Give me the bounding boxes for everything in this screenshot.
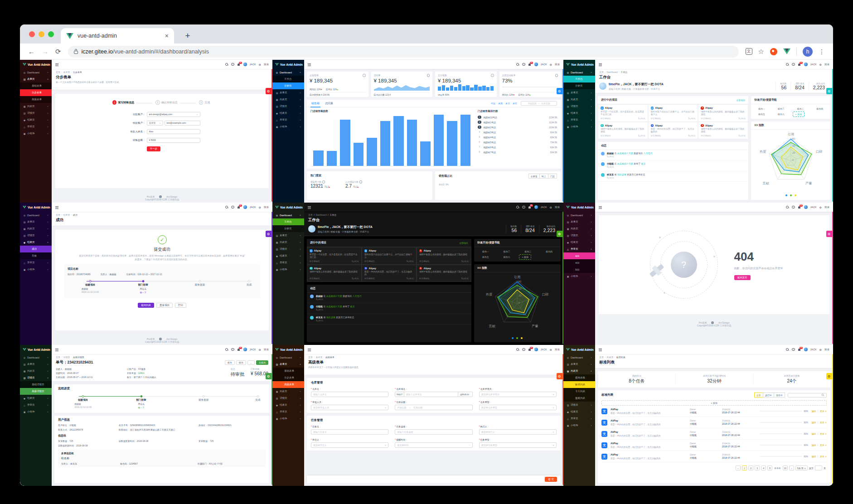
- sidebar-menu-item[interactable]: ◎Dashboard∨: [272, 354, 304, 361]
- page-scrollbar[interactable]: [271, 354, 273, 485]
- related-doc-link[interactable]: 12421: [138, 372, 145, 374]
- user-avatar[interactable]: [243, 63, 247, 66]
- user-avatar[interactable]: [804, 205, 808, 209]
- sidebar-menu-item[interactable]: 失败: [20, 252, 52, 259]
- sidebar-menu-item[interactable]: ◎Dashboard∧: [563, 69, 595, 76]
- language-label[interactable]: 简体: [824, 348, 829, 351]
- view-project-button[interactable]: 查看项目: [156, 303, 173, 308]
- tab-visits[interactable]: 访问量: [324, 100, 334, 107]
- bar[interactable]: [434, 115, 444, 166]
- activity-link[interactable]: 留言: [350, 305, 355, 308]
- zoom-window-button[interactable]: [48, 31, 54, 37]
- sidebar-menu-item[interactable]: ◎Dashboard∨: [563, 354, 595, 361]
- search-icon[interactable]: [786, 206, 789, 209]
- sidebar-menu-item[interactable]: 搜索列表: [563, 395, 595, 402]
- sidebar-menu-item[interactable]: ◉结果页∨: [563, 110, 595, 116]
- form-input[interactable]: 请选择责任人∨: [311, 442, 388, 448]
- payer-account-select[interactable]: ant-design@alipay.com∨: [147, 112, 200, 117]
- sidebar-menu-item[interactable]: 标准列表: [563, 381, 595, 388]
- sidebar-menu-item[interactable]: ▣小组件∨: [20, 408, 52, 415]
- sidebar-menu-item[interactable]: ▦列表页∨: [563, 225, 595, 232]
- amount-input[interactable]: ¥ 5000: [147, 138, 200, 143]
- page-scrollbar[interactable]: [271, 69, 273, 202]
- sidebar-menu-item[interactable]: △异常页∨: [563, 116, 595, 123]
- sidebar-menu-item[interactable]: ◉结果页∨: [20, 395, 52, 402]
- edit-link[interactable]: 编辑: [811, 410, 816, 412]
- more-link[interactable]: 更多 ∨: [820, 432, 827, 435]
- sidebar-menu-item[interactable]: ▦列表页∨: [272, 96, 304, 103]
- bar[interactable]: [407, 120, 417, 166]
- app-logo[interactable]: Vue Antd Admin: [563, 60, 595, 69]
- form-input[interactable]: http://请输入仓库域名.github.io: [395, 392, 472, 397]
- quick-link[interactable]: 操作四: [538, 249, 560, 254]
- bar[interactable]: [354, 143, 364, 166]
- sidebar-menu-item[interactable]: ▦列表页∨: [20, 225, 52, 232]
- theme-settings-button[interactable]: ⚙: [266, 231, 271, 237]
- pagination-item[interactable]: ‹: [736, 465, 741, 470]
- theme-settings-button[interactable]: ⚙: [266, 373, 271, 379]
- sidebar-menu-item[interactable]: ▤表单页∨: [563, 361, 595, 368]
- list-row[interactable]: 支 AliPay那是一种内在的东西，他们到达不了，也无法触及的 Owner付晓晓…: [601, 440, 827, 451]
- user-name[interactable]: JACK: [541, 348, 547, 351]
- user-avatar[interactable]: [534, 205, 538, 209]
- search-icon[interactable]: [786, 63, 789, 66]
- breadcrumb[interactable]: 首页Dashboard工作台: [599, 71, 829, 73]
- project-card[interactable]: AAlipay 城镇中有那么多的酒馆，她却偏偏走进了我的酒馆 科学搬砖组9小时前: [698, 122, 748, 140]
- project-card[interactable]: AAlipay 城镇中有那么多的酒馆，她却偏偏走进了我的酒馆 科学搬砖组9小时前: [417, 265, 471, 282]
- payee-account-input[interactable]: test@example.com: [165, 121, 200, 126]
- form-input[interactable]: 请选择时间○: [395, 442, 472, 448]
- page-size-select[interactable]: 5条/页 ∨: [795, 465, 808, 470]
- activity-link[interactable]: 八月迭代: [644, 152, 653, 155]
- edit-link[interactable]: 编辑: [811, 432, 816, 435]
- list-row[interactable]: 支 AliPay那是一种内在的东西，他们到达不了，也无法触及的 Owner付晓晓…: [601, 451, 827, 462]
- form-input[interactable]: 请选择审批人员∨: [311, 405, 388, 410]
- quick-link[interactable]: 操作一: [475, 249, 496, 254]
- language-label[interactable]: 简体: [264, 206, 269, 209]
- breadcrumb[interactable]: 首页表单页分步表单: [56, 71, 268, 73]
- sidebar-menu-item[interactable]: ▧详情页∨: [563, 402, 595, 408]
- project-card[interactable]: AAlipay 那是一种内在的东西，他们到达不了，也无法触及的 科学搬砖组9小时…: [648, 122, 698, 140]
- sidebar-menu-item[interactable]: 成功: [20, 246, 52, 252]
- project-card[interactable]: AAlipay 城镇中有那么多的酒馆，她却偏偏走进了我的酒馆 科学搬砖组9小时前: [417, 247, 471, 265]
- notifications-icon[interactable]: 12: [798, 63, 801, 66]
- theme-settings-button[interactable]: ⚙: [557, 88, 562, 94]
- language-settings-icon[interactable]: ⚙: [819, 63, 822, 66]
- sidebar-menu-item[interactable]: 分析页: [563, 82, 595, 89]
- back-to-list-button[interactable]: 返回列表: [138, 303, 154, 308]
- search-icon[interactable]: [225, 63, 228, 66]
- channel-filter[interactable]: 线上: [539, 174, 548, 179]
- activity-link[interactable]: 高逼格设计天团: [617, 162, 633, 165]
- sidebar-menu-item[interactable]: 403: [563, 259, 595, 266]
- range-link[interactable]: 本周: [498, 102, 503, 105]
- breadcrumb[interactable]: 首页表单页高级表单: [308, 356, 559, 359]
- page-scrollbar[interactable]: [562, 354, 564, 485]
- breadcrumb[interactable]: 首页Dashboard工作台: [308, 213, 559, 216]
- sidebar-menu-item[interactable]: ▧详情页∨: [563, 232, 595, 239]
- activity-link[interactable]: 八月迭代: [353, 295, 362, 297]
- form-input[interactable]: 请输入任务描述: [395, 429, 472, 435]
- bar[interactable]: [380, 121, 391, 166]
- url-input[interactable]: iczer.gitee.io/vue-antd-admin/#/dashboar…: [68, 46, 739, 58]
- language-label[interactable]: 简体: [555, 63, 560, 66]
- list-filter[interactable]: 等待中: [774, 393, 785, 397]
- language-settings-icon[interactable]: ⚙: [819, 206, 822, 209]
- user-avatar[interactable]: [804, 348, 808, 351]
- sidebar-menu-item[interactable]: ▧详情页∨: [20, 232, 52, 239]
- language-label[interactable]: 简体: [824, 206, 829, 209]
- more-actions-button[interactable]: ...: [247, 360, 255, 365]
- page-scrollbar[interactable]: [832, 354, 834, 485]
- project-card[interactable]: 支Alipay 那时候我只会想自己想要什么，从不想自己拥有什么 科学搬砖组9小时…: [648, 104, 698, 122]
- sidebar-menu-item[interactable]: ▣小组件∨: [563, 273, 595, 280]
- vue-devtools-icon[interactable]: [783, 48, 790, 54]
- project-card[interactable]: 支Alipay 城镇中有那么多的酒馆，她却偏偏走进了我的酒馆 科学搬砖组9小时前: [598, 122, 648, 140]
- sidebar-menu-item[interactable]: ▦列表页∨: [20, 368, 52, 374]
- sidebar-menu-item[interactable]: △异常页∨: [20, 402, 52, 408]
- page-scrollbar[interactable]: [832, 69, 834, 202]
- sidebar-menu-item[interactable]: ▧详情页∨: [272, 395, 304, 402]
- sidebar-menu-item[interactable]: ▦列表页∨: [563, 96, 595, 103]
- sidebar-menu-item[interactable]: ▤表单页∧: [272, 361, 304, 368]
- menu-collapse-icon[interactable]: [55, 206, 58, 207]
- sidebar-menu-item[interactable]: ▦列表页∨: [20, 103, 52, 110]
- user-name[interactable]: JACK: [810, 206, 817, 208]
- sidebar-menu-item[interactable]: ◎Dashboard∨: [20, 69, 52, 76]
